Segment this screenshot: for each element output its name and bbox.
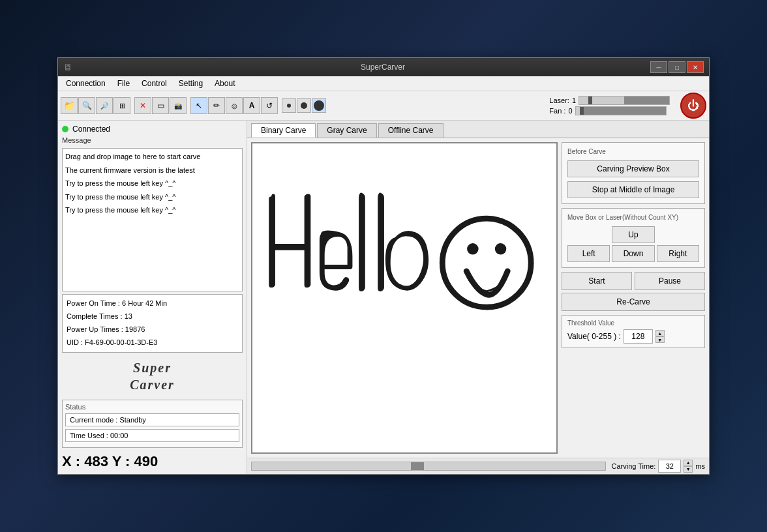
xy-display: X : 483 Y : 490 <box>62 453 243 470</box>
fit-icon: ⊞ <box>119 102 125 110</box>
zoom-in-btn[interactable]: 🔍 <box>78 97 95 114</box>
before-carve-label: Before Carve <box>567 148 699 155</box>
svg-point-1 <box>467 244 478 255</box>
menu-connection[interactable]: Connection <box>61 78 111 89</box>
connected-label: Connected <box>72 125 110 134</box>
carving-time-unit: ms <box>695 462 705 470</box>
uid: UID : F4-69-00-00-01-3D-E3 <box>67 336 238 349</box>
dir-empty-1 <box>567 226 610 243</box>
start-pause-row: Start Pause <box>562 272 705 290</box>
eraser-btn[interactable]: ◎ <box>226 97 243 114</box>
threshold-up-btn[interactable]: ▲ <box>655 330 665 336</box>
message-label: Message <box>62 136 243 144</box>
directional-pad: Up Left Down Right <box>567 226 699 262</box>
message-3: Try to press the mouse left key ^_^ <box>65 178 239 189</box>
tab-offline-carve[interactable]: Offline Carve <box>378 123 444 138</box>
message-2: The current firmware version is the late… <box>65 165 239 176</box>
dot-medium-btn[interactable] <box>297 98 311 113</box>
fit-btn[interactable]: ⊞ <box>113 97 130 114</box>
pencil-btn[interactable]: ✏ <box>208 97 225 114</box>
dot-large-btn[interactable] <box>312 98 326 113</box>
clear-btn[interactable]: ✕ <box>134 97 151 114</box>
current-mode-field: Current mode : Standby <box>65 413 239 426</box>
minimize-button[interactable]: ─ <box>650 61 667 73</box>
brand-logo: Super Carver <box>62 359 243 393</box>
rect-icon: ▭ <box>157 101 164 110</box>
zoom-out-btn[interactable]: 🔎 <box>96 97 113 114</box>
move-box-label: Move Box or Laser(Without Count XY) <box>567 214 699 221</box>
zoom-in-icon: 🔍 <box>82 101 92 110</box>
menu-file[interactable]: File <box>112 78 135 89</box>
message-1: Drag and drop image to here to start car… <box>65 151 239 162</box>
close-button[interactable]: ✕ <box>687 61 704 73</box>
time-used-label: Time Used : <box>70 432 108 439</box>
main-window: 🖥 SuperCarver ─ □ ✕ Connection File Cont… <box>57 57 710 474</box>
right-area: Binary Carve Gray Carve Offline Carve <box>247 121 709 473</box>
carving-time-label: Carving Time: <box>611 462 655 470</box>
start-button[interactable]: Start <box>562 272 632 290</box>
menu-setting[interactable]: Setting <box>173 78 208 89</box>
threshold-down-btn[interactable]: ▼ <box>655 336 665 343</box>
dot-large-icon <box>314 100 324 111</box>
rotate-icon: ↺ <box>266 101 273 110</box>
power-icon: ⏻ <box>687 99 699 113</box>
horizontal-scrollbar[interactable] <box>251 462 606 471</box>
carve-canvas[interactable] <box>251 142 558 453</box>
brand-line2: Carver <box>62 376 243 393</box>
dir-empty-2 <box>657 226 699 243</box>
text-btn[interactable]: A <box>243 97 260 114</box>
tab-gray-carve[interactable]: Gray Carve <box>317 123 376 138</box>
select-btn[interactable]: ↖ <box>190 97 207 114</box>
tabs-row: Binary Carve Gray Carve Offline Carve <box>247 121 709 138</box>
time-used-field: Time Used : 00:00 <box>65 429 239 442</box>
pause-button[interactable]: Pause <box>635 272 705 290</box>
fan-slider[interactable] <box>575 106 667 115</box>
threshold-value: 128 <box>624 329 653 344</box>
threshold-group: Threshold Value Value( 0-255 ) : 128 ▲ ▼ <box>562 315 705 348</box>
carving-time-value: 32 <box>658 460 681 473</box>
canvas-area <box>251 142 558 453</box>
laser-value: 1 <box>572 96 576 104</box>
stats-box: Power On Time : 6 Hour 42 Min Complete T… <box>62 294 243 352</box>
left-panel: Connected Message Drag and drop image to… <box>58 121 247 473</box>
dot-small-icon <box>287 104 291 108</box>
right-controls: Before Carve Carving Preview Box Stop at… <box>562 142 705 453</box>
rect-btn[interactable]: ▭ <box>152 97 169 114</box>
carving-time-down-btn[interactable]: ▼ <box>684 466 693 473</box>
power-on-time: Power On Time : 6 Hour 42 Min <box>67 297 238 310</box>
message-box[interactable]: Drag and drop image to here to start car… <box>62 148 243 291</box>
carving-time-up-btn[interactable]: ▲ <box>684 460 693 466</box>
laser-slider[interactable] <box>579 96 670 105</box>
capture-btn[interactable]: 📸 <box>170 97 187 114</box>
tab-binary-carve[interactable]: Binary Carve <box>251 123 316 138</box>
open-btn[interactable]: 📁 <box>61 97 78 114</box>
down-button[interactable]: Down <box>612 245 654 262</box>
title-bar: 🖥 SuperCarver ─ □ ✕ <box>58 58 709 76</box>
capture-icon: 📸 <box>174 102 182 110</box>
message-5: Try to press the mouse left key ^_^ <box>65 205 239 216</box>
brand-line1: Super <box>62 359 243 376</box>
recarve-button[interactable]: Re-Carve <box>562 293 705 311</box>
action-group: Start Pause Re-Carve <box>562 272 705 311</box>
stop-middle-button[interactable]: Stop at Middle of Image <box>567 181 699 198</box>
power-button[interactable]: ⏻ <box>680 93 706 119</box>
carving-time-spinner[interactable]: ▲ ▼ <box>684 460 693 473</box>
up-button[interactable]: Up <box>612 226 654 243</box>
carving-preview-button[interactable]: Carving Preview Box <box>567 160 699 177</box>
right-button[interactable]: Right <box>657 245 699 262</box>
toolbar: 📁 🔍 🔎 ⊞ ✕ ▭ 📸 ↖ ✏ ◎ A <box>58 91 709 121</box>
complete-times: Complete Times : 13 <box>67 310 238 323</box>
rotate-btn[interactable]: ↺ <box>261 97 278 114</box>
dot-medium-icon <box>301 102 307 109</box>
before-carve-group: Before Carve Carving Preview Box Stop at… <box>562 142 705 204</box>
maximize-button[interactable]: □ <box>669 61 685 73</box>
left-button[interactable]: Left <box>567 245 610 262</box>
select-icon: ↖ <box>196 101 202 110</box>
menu-about[interactable]: About <box>209 78 240 89</box>
menu-control[interactable]: Control <box>136 78 172 89</box>
move-box-group: Move Box or Laser(Without Count XY) Up L… <box>562 208 705 268</box>
clear-icon: ✕ <box>140 101 146 110</box>
threshold-spinner[interactable]: ▲ ▼ <box>655 330 665 343</box>
dot-small-btn[interactable] <box>282 98 296 113</box>
power-up-times: Power Up Times : 19876 <box>67 323 238 336</box>
